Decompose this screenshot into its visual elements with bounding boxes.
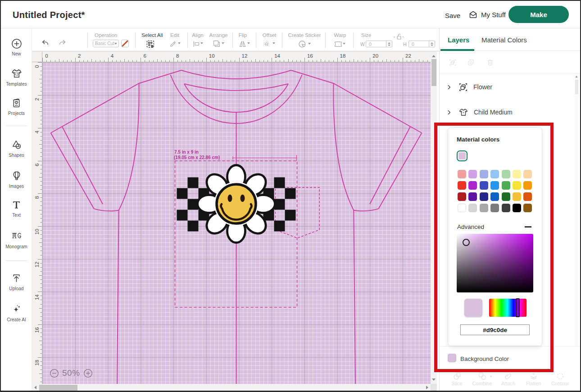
color-swatch[interactable] bbox=[480, 204, 488, 212]
create-sticker-label: Create Sticker bbox=[288, 32, 321, 38]
sidebar-item-templates[interactable]: Templates bbox=[1, 68, 32, 87]
width-input[interactable]: 0 bbox=[366, 41, 392, 47]
zoom-level: 50% bbox=[62, 368, 80, 378]
color-swatch[interactable] bbox=[513, 192, 521, 201]
operation-dropdown[interactable]: Basic Cut bbox=[93, 40, 119, 47]
color-swatch[interactable] bbox=[502, 170, 510, 178]
color-swatch[interactable] bbox=[468, 181, 477, 190]
group-button[interactable] bbox=[449, 59, 457, 66]
color-swatch[interactable] bbox=[458, 192, 466, 201]
canvas-mat[interactable]: 7.5 in x 9 in(19.05 cm x 22.86 cm) bbox=[42, 62, 431, 384]
scroll-right-arrow[interactable] bbox=[426, 386, 428, 389]
operation-color-swatch[interactable] bbox=[121, 40, 129, 47]
combine-button[interactable]: Combine bbox=[468, 372, 496, 386]
color-swatch[interactable] bbox=[490, 204, 499, 212]
color-swatch[interactable] bbox=[468, 170, 477, 178]
my-stuff-button[interactable]: My Stuff bbox=[468, 10, 506, 19]
create-sticker-button[interactable] bbox=[297, 39, 307, 49]
save-button[interactable]: Save bbox=[445, 12, 460, 19]
sidebar-item-text[interactable]: Text bbox=[1, 199, 32, 218]
layer-row-child-medium[interactable]: Child Medium bbox=[440, 100, 574, 125]
saturation-lightness-picker[interactable] bbox=[457, 234, 533, 292]
sidebar-item-shapes[interactable]: Shapes bbox=[1, 139, 32, 158]
hue-slider-handle[interactable] bbox=[516, 298, 520, 317]
width-label: W bbox=[360, 41, 365, 47]
sidebar-item-create-ai[interactable]: Create AI bbox=[1, 303, 32, 322]
color-swatch[interactable] bbox=[502, 204, 510, 212]
width-stepper[interactable] bbox=[386, 41, 392, 47]
scroll-left-arrow[interactable] bbox=[34, 386, 36, 389]
color-swatch[interactable] bbox=[523, 204, 532, 212]
panel-scroll-up-arrow[interactable] bbox=[575, 76, 578, 77]
sidebar-item-monogram[interactable]: Monogram bbox=[1, 230, 32, 249]
panel-scroll-thumb[interactable] bbox=[575, 80, 578, 94]
scroll-down-arrow[interactable] bbox=[432, 378, 436, 381]
contour-button[interactable]: Contour bbox=[546, 372, 574, 386]
selected-color-swatch[interactable] bbox=[457, 150, 468, 161]
tab-layers[interactable]: Layers bbox=[448, 36, 469, 44]
flatten-button[interactable]: Flatten bbox=[520, 372, 547, 386]
offset-button[interactable] bbox=[263, 40, 271, 48]
color-swatch[interactable] bbox=[513, 170, 521, 178]
color-swatch[interactable] bbox=[490, 170, 499, 178]
sidebar-item-images[interactable]: Images bbox=[1, 170, 32, 189]
delete-button[interactable] bbox=[486, 59, 494, 66]
color-swatch[interactable] bbox=[523, 181, 532, 190]
horizontal-scroll-thumb[interactable] bbox=[39, 385, 77, 391]
background-color-row[interactable]: Background Color bbox=[440, 346, 580, 372]
color-swatch[interactable] bbox=[523, 192, 532, 201]
select-all-button[interactable] bbox=[145, 39, 156, 50]
design-area-size-label: 7.5 in x 9 in bbox=[174, 150, 199, 155]
redo-button[interactable] bbox=[58, 38, 67, 47]
color-swatch[interactable] bbox=[523, 170, 532, 178]
color-swatch[interactable] bbox=[458, 204, 466, 212]
color-swatch[interactable] bbox=[480, 192, 488, 201]
color-swatch[interactable] bbox=[468, 192, 477, 201]
sidebar-item-upload[interactable]: Upload bbox=[1, 273, 32, 291]
color-swatch[interactable] bbox=[458, 181, 466, 190]
chevron-right-icon[interactable] bbox=[446, 109, 452, 115]
hex-color-input[interactable] bbox=[460, 324, 530, 335]
color-swatch[interactable] bbox=[490, 181, 499, 190]
align-button[interactable] bbox=[192, 40, 200, 48]
vertical-scroll-thumb[interactable] bbox=[431, 59, 436, 86]
chevron-right-icon[interactable] bbox=[446, 84, 452, 90]
panel-scrollbar[interactable] bbox=[574, 73, 579, 346]
picker-cursor[interactable] bbox=[463, 239, 470, 246]
warp-button[interactable] bbox=[334, 41, 343, 47]
flip-button[interactable] bbox=[238, 40, 247, 48]
color-swatch[interactable] bbox=[480, 170, 488, 178]
color-swatch[interactable] bbox=[502, 181, 510, 190]
collapse-advanced-button[interactable] bbox=[525, 226, 531, 228]
color-swatch[interactable] bbox=[480, 181, 488, 190]
color-swatch[interactable] bbox=[468, 204, 477, 212]
attach-button[interactable]: Attach bbox=[495, 372, 522, 386]
color-swatch[interactable] bbox=[513, 181, 521, 190]
templates-icon bbox=[11, 68, 23, 79]
height-stepper[interactable] bbox=[429, 41, 435, 47]
horizontal-scrollbar[interactable] bbox=[32, 384, 431, 391]
background-color-swatch[interactable] bbox=[448, 354, 456, 362]
sidebar-item-new[interactable]: New bbox=[1, 38, 32, 56]
color-swatch[interactable] bbox=[513, 204, 521, 212]
edit-button[interactable] bbox=[169, 40, 177, 48]
sidebar-item-projects[interactable]: Projects bbox=[1, 97, 32, 116]
make-button[interactable]: Make bbox=[508, 6, 569, 23]
layer-row-flower[interactable]: Flower bbox=[440, 74, 574, 100]
lock-icon[interactable] bbox=[394, 33, 404, 41]
scroll-up-arrow[interactable] bbox=[432, 55, 436, 57]
hue-slider[interactable] bbox=[489, 299, 527, 317]
tab-material-colors[interactable]: Material Colors bbox=[481, 36, 527, 44]
zoom-out-button[interactable] bbox=[50, 369, 59, 378]
vertical-scrollbar[interactable] bbox=[431, 52, 437, 384]
undo-button[interactable] bbox=[41, 38, 50, 47]
zoom-in-button[interactable] bbox=[83, 369, 93, 378]
size-label: Size bbox=[361, 32, 371, 38]
color-swatch[interactable] bbox=[458, 170, 466, 178]
arrange-button[interactable] bbox=[213, 40, 221, 48]
color-swatch[interactable] bbox=[490, 192, 499, 201]
slice-button[interactable]: Slice bbox=[443, 372, 471, 386]
color-swatch[interactable] bbox=[502, 192, 510, 201]
height-input[interactable]: 0 bbox=[409, 41, 435, 47]
duplicate-button[interactable] bbox=[467, 59, 475, 66]
